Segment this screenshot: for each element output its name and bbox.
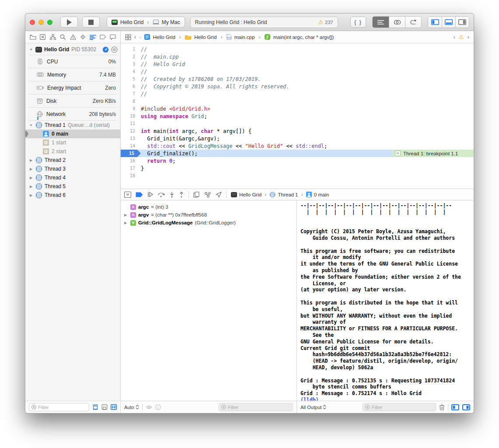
debug-crumb-process[interactable]: Hello Grid — [239, 192, 262, 197]
line-number[interactable]: 18 — [121, 173, 141, 178]
zoom-window-button[interactable] — [47, 20, 52, 25]
view-hierarchy-button[interactable] — [193, 192, 200, 198]
console-output[interactable]: --|--|--|--|--|--|--|--|--|--|--|--|--|-… — [297, 200, 474, 401]
thread-row[interactable]: ▶Thread 2 — [25, 156, 120, 164]
assistant-editor-button[interactable] — [389, 17, 405, 28]
warning-count-badge[interactable]: ⚠ 237 — [318, 19, 333, 25]
issue-navigator-tab[interactable] — [69, 33, 77, 41]
thread-row[interactable]: ▶Thread 3 — [25, 164, 120, 173]
previous-issue-button[interactable]: ‹ — [454, 34, 455, 40]
filter-running-threads-button[interactable] — [92, 404, 98, 410]
gauge-row-disk[interactable]: DiskZero KB/s — [25, 94, 120, 107]
stack-frame-row[interactable]: 0 main — [25, 130, 120, 138]
scheme-selector[interactable]: Hello Grid › My Mac — [107, 17, 185, 28]
line-number[interactable]: 2 — [121, 54, 141, 59]
issue-warning-icon[interactable]: ⚠ — [459, 34, 464, 40]
line-number[interactable]: 6 — [121, 84, 141, 89]
breadcrumb-symbol[interactable]: main(int argc, char * argv[]) — [273, 35, 334, 40]
filter-input[interactable] — [228, 405, 290, 410]
toggle-navigator-button[interactable] — [428, 17, 442, 28]
find-navigator-tab[interactable] — [59, 33, 67, 41]
code-snippet-button[interactable]: { } — [350, 17, 366, 28]
clear-console-trash-icon[interactable] — [439, 404, 445, 410]
test-navigator-tab[interactable] — [79, 33, 87, 41]
simulate-location-button[interactable] — [216, 192, 222, 198]
line-number[interactable]: 13 — [121, 136, 141, 141]
pause-gauge-icon[interactable] — [102, 46, 109, 53]
disclosure-closed-icon[interactable]: ▶ — [124, 221, 128, 225]
line-number[interactable]: 8 — [121, 99, 141, 104]
debug-navigator-tab[interactable] — [89, 33, 97, 41]
filter-input[interactable] — [38, 405, 87, 410]
stack-frame-row[interactable]: 2 start — [25, 147, 120, 156]
thread-row[interactable]: ▶Thread 4 — [25, 173, 120, 182]
run-button[interactable] — [60, 17, 78, 28]
minimize-window-button[interactable] — [38, 20, 44, 25]
line-number[interactable]: 10 — [121, 114, 141, 119]
disclosure-closed-icon[interactable]: ▶ — [29, 158, 33, 162]
toggle-inspector-button[interactable] — [455, 17, 469, 28]
breakpoint-annotation[interactable]: ≡Thread 1: breakpoint 1.1 — [392, 150, 474, 157]
gauge-row-energy-impact[interactable]: Energy ImpactZero — [25, 81, 120, 94]
line-number[interactable]: 12 — [121, 129, 141, 133]
disclosure-open-icon[interactable]: ▼ — [29, 123, 33, 127]
console-filter-field[interactable] — [363, 403, 436, 411]
stop-button[interactable] — [82, 17, 100, 28]
line-number[interactable]: 4 — [121, 69, 141, 74]
disclosure-closed-icon[interactable]: ▶ — [29, 176, 33, 180]
variable-row[interactable]: ▶Aargv= (char **) 0x7ffeefbff568 — [121, 211, 297, 219]
version-editor-button[interactable] — [405, 17, 421, 28]
memory-graph-button[interactable] — [204, 192, 211, 198]
line-number[interactable]: 5 — [121, 77, 141, 81]
disclosure-open-icon[interactable]: ▼ — [29, 48, 33, 52]
variables-view[interactable]: Aargc= (int) 3▶Aargv= (char **) 0x7ffeef… — [121, 200, 297, 401]
line-number[interactable]: 1 — [121, 47, 141, 52]
toggle-debug-area-button[interactable] — [442, 17, 455, 28]
hide-debug-area-button[interactable] — [124, 192, 131, 198]
breadcrumb-file[interactable]: main.cpp — [234, 35, 255, 40]
step-out-button[interactable] — [179, 192, 184, 198]
filter-input[interactable] — [372, 405, 433, 410]
process-row[interactable]: ▼ Hello Grid PID 55302 — [25, 43, 120, 55]
gauge-row-network[interactable]: Network208 bytes/s — [25, 108, 120, 120]
breakpoint-navigator-tab[interactable] — [99, 33, 107, 41]
source-control-navigator-tab[interactable] — [39, 33, 47, 41]
toggle-console-view-button[interactable] — [462, 404, 470, 410]
related-items-icon[interactable] — [125, 34, 131, 40]
quicklook-eye-icon[interactable] — [146, 405, 152, 410]
close-window-button[interactable] — [30, 20, 35, 25]
step-over-button[interactable] — [158, 192, 165, 197]
breadcrumb-project[interactable]: Hello Grid — [153, 35, 175, 40]
breadcrumb-group[interactable]: Hello Grid — [194, 35, 216, 40]
disclosure-closed-icon[interactable]: ▶ — [124, 213, 128, 217]
step-into-button[interactable] — [169, 192, 174, 198]
forward-button[interactable]: › — [139, 34, 141, 40]
gauge-row-memory[interactable]: Memory7.4 MB — [25, 68, 120, 81]
continue-button[interactable] — [147, 192, 154, 197]
variables-scope-popup[interactable]: Auto — [124, 405, 139, 410]
next-issue-button[interactable]: › — [468, 34, 469, 40]
symbol-navigator-tab[interactable] — [49, 33, 57, 41]
standard-editor-button[interactable] — [373, 17, 389, 28]
filter-crashed-threads-button[interactable] — [101, 404, 108, 410]
line-number[interactable]: 14 — [121, 144, 141, 148]
variable-row[interactable]: ▶VGrid::GridLogMessage(Grid::GridLogger) — [121, 219, 297, 227]
line-number[interactable]: 16 — [121, 158, 141, 163]
thread-row[interactable]: ▶Thread 5 — [25, 182, 120, 191]
report-navigator-tab[interactable] — [109, 33, 117, 41]
variables-filter-field[interactable] — [219, 403, 293, 411]
console-output-popup[interactable]: All Output — [300, 405, 326, 410]
navigator-filter-field[interactable] — [29, 403, 89, 411]
disclosure-closed-icon[interactable]: ▶ — [29, 167, 33, 171]
source-editor[interactable]: 1//2// main.cpp3// Hello Grid4//5// Crea… — [121, 43, 474, 189]
debug-crumb-frame[interactable]: 0 main — [314, 192, 329, 197]
debug-crumb-thread[interactable]: Thread 1 — [278, 192, 298, 197]
memory-debug-icon[interactable] — [111, 46, 118, 53]
breakpoints-toggle-button[interactable] — [136, 192, 143, 197]
project-navigator-tab[interactable] — [29, 33, 37, 41]
line-number[interactable]: 7 — [121, 91, 141, 96]
toggle-variables-view-button[interactable] — [451, 404, 459, 410]
line-number[interactable]: 3 — [121, 62, 141, 66]
thread-row[interactable]: ▼Thread 1Queue:...d (serial) — [25, 121, 120, 130]
thread-row[interactable]: ▶Thread 6 — [25, 191, 120, 200]
